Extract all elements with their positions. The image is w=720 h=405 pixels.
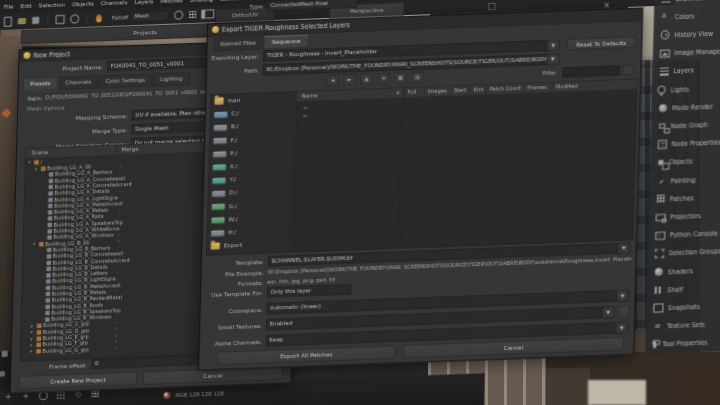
menu-item[interactable]: Channels <box>101 0 128 7</box>
create-new-project-button[interactable]: Create New Project <box>19 372 137 389</box>
merge-checkmark[interactable]: ✓ <box>117 244 121 250</box>
scene-column-header[interactable]: Scene <box>31 149 48 156</box>
menu-item[interactable]: Selection <box>38 1 65 9</box>
column-header[interactable]: Modified <box>553 81 587 92</box>
tab-named-files[interactable]: Named Files <box>213 36 262 51</box>
dropdown-arrow-icon[interactable]: ▼ <box>547 40 559 50</box>
expander-caret-icon[interactable]: ▸ <box>31 336 33 341</box>
merge-checkmark[interactable]: ✓ <box>118 181 122 187</box>
save-icon[interactable] <box>32 17 39 24</box>
left-edge-icon[interactable] <box>0 371 5 377</box>
reset-to-defaults-button[interactable]: Reset To Defaults <box>567 37 635 51</box>
expander-caret-icon[interactable]: ▾ <box>33 242 35 247</box>
expander-caret-icon[interactable]: ▸ <box>30 342 32 347</box>
merge-checkmark[interactable]: ✓ <box>116 263 120 269</box>
restore-window-icon[interactable] <box>488 3 495 10</box>
merge-checkmark[interactable]: ✓ <box>118 219 122 225</box>
tab-color-settings[interactable]: Color Settings <box>99 73 152 88</box>
merge-checkmark[interactable]: ✓ <box>118 213 122 219</box>
merge-checkmark[interactable]: ✓ <box>117 225 121 231</box>
merge-checkmark[interactable]: ✓ <box>118 206 122 212</box>
circle-icon[interactable] <box>174 11 183 20</box>
expander-caret-icon[interactable]: ▸ <box>31 330 33 335</box>
tool-icon[interactable] <box>92 390 99 397</box>
export-cancel-button[interactable]: Cancel <box>403 337 623 358</box>
merge-checkmark[interactable]: ✓ <box>116 288 120 294</box>
merge-checkmark[interactable]: ✓ <box>119 175 123 181</box>
merge-checkmark[interactable]: ✓ <box>115 301 119 307</box>
merge-checkmark[interactable]: ✓ <box>116 282 120 288</box>
nav-button[interactable]: ◄ <box>326 75 338 86</box>
merge-checkmark[interactable]: ✓ <box>115 314 119 320</box>
menu-item[interactable]: Layers <box>134 0 153 6</box>
small-textures-extra-button[interactable] <box>618 306 629 317</box>
column-header[interactable]: Full <box>405 87 425 98</box>
merge-checkmark[interactable]: ✓ <box>116 269 120 275</box>
filter-input[interactable] <box>562 65 619 77</box>
file-row[interactable] <box>303 115 307 117</box>
expander-caret-icon[interactable]: ▾ <box>35 166 37 171</box>
falloff-dropdown[interactable]: Mesh <box>131 11 169 22</box>
merge-checkmark[interactable]: ✓ <box>115 332 119 338</box>
merge-checkmark[interactable]: ✓ <box>119 162 123 168</box>
merge-checkmark[interactable]: ✓ <box>116 276 120 282</box>
left-edge-tool-icon[interactable] <box>2 108 12 118</box>
merge-checkmark[interactable]: ✓ <box>117 232 121 238</box>
merge-checkmark[interactable]: ✓ <box>115 326 119 332</box>
merge-checkmark[interactable]: ✓ <box>114 345 118 351</box>
dropdown-arrow-icon[interactable]: ▼ <box>618 243 630 252</box>
nav-button[interactable]: ≡ <box>377 73 389 84</box>
column-header[interactable]: Patch Count <box>487 83 525 94</box>
expander-caret-icon[interactable]: ▸ <box>30 349 32 354</box>
tab-presets[interactable]: Presets <box>23 77 58 91</box>
merge-checkmark[interactable]: ✓ <box>115 320 119 326</box>
nav-button[interactable]: ▦ <box>394 72 406 83</box>
column-header[interactable]: Images <box>425 86 451 97</box>
merge-checkmark[interactable]: ✓ <box>114 339 118 345</box>
grid-icon[interactable] <box>189 11 196 18</box>
expander-caret-icon[interactable]: ▾ <box>28 160 30 165</box>
menu-item[interactable]: File <box>4 3 14 10</box>
dropdown-arrow-icon[interactable]: ▼ <box>616 322 628 332</box>
menu-item[interactable]: Patches <box>160 0 183 5</box>
menu-item[interactable]: Edit <box>20 2 31 9</box>
circle-icon[interactable] <box>70 14 79 23</box>
merge-checkmark[interactable]: ✓ <box>116 295 120 301</box>
export-all-patches-button[interactable]: Export All Patches <box>217 345 395 365</box>
column-header[interactable]: Frames <box>525 82 553 93</box>
dropdown-arrow-icon[interactable]: ▼ <box>547 54 559 64</box>
bake-icon[interactable] <box>96 14 102 22</box>
merge-checkmark[interactable]: ✓ <box>117 251 121 257</box>
column-header[interactable]: Start <box>451 85 471 96</box>
nav-button[interactable]: ▤ <box>411 71 423 82</box>
dropdown-arrow-icon[interactable]: ▼ <box>617 290 629 300</box>
tool-icon[interactable] <box>4 392 13 401</box>
merge-checkmark[interactable]: ✓ <box>118 194 122 200</box>
menu-item[interactable]: Objects <box>72 0 94 8</box>
mirror-icon[interactable] <box>201 9 214 18</box>
merge-column-header[interactable]: Merge <box>121 146 138 153</box>
new-icon[interactable] <box>4 16 12 26</box>
nav-button[interactable]: ▲ <box>360 73 372 84</box>
left-edge-icon[interactable] <box>2 351 8 357</box>
nav-button[interactable]: ► <box>343 74 355 85</box>
cube-icon[interactable] <box>56 15 65 24</box>
file-row[interactable] <box>303 107 307 109</box>
tab-lighting[interactable]: Lighting <box>153 72 190 86</box>
name-column-header[interactable]: Name▼ <box>297 88 403 102</box>
shortcut-item[interactable]: Export <box>207 237 291 253</box>
tab-sequence[interactable]: Sequence <box>263 35 308 50</box>
dropdown-arrow-icon[interactable]: ▼ <box>602 307 614 317</box>
filter-clear-button[interactable] <box>622 65 633 75</box>
merge-checkmark[interactable]: ✓ <box>119 169 123 175</box>
merge-checkmark[interactable]: ✓ <box>117 238 121 244</box>
menu-item[interactable]: Camera <box>220 0 243 2</box>
merge-checkmark[interactable]: ✓ <box>115 307 119 313</box>
merge-checkmark[interactable]: ✓ <box>118 187 122 193</box>
use-template-for-dropdown[interactable]: Only this layer <box>267 284 351 297</box>
column-header[interactable]: End <box>471 85 487 96</box>
tab-channels[interactable]: Channels <box>59 75 98 89</box>
merge-checkmark[interactable]: ✓ <box>118 200 122 206</box>
menu-item[interactable]: Shading <box>190 0 214 4</box>
color-swatch-icon[interactable] <box>163 392 170 399</box>
